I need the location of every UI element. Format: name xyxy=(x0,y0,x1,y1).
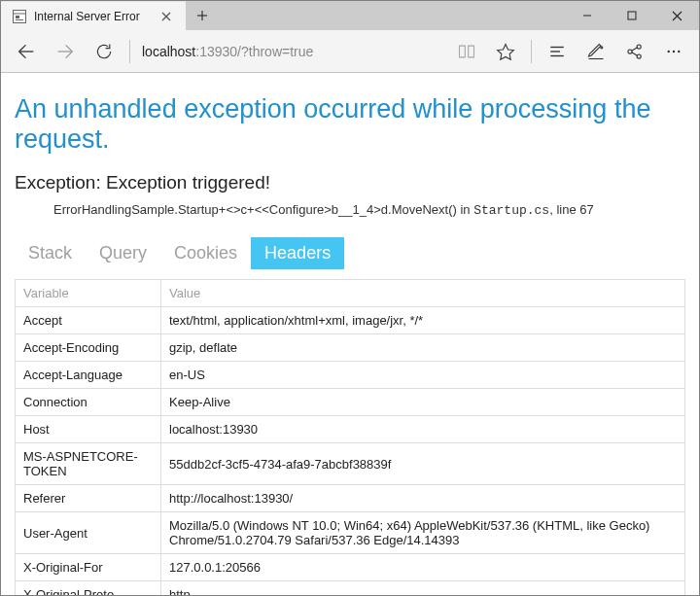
header-value: en-US xyxy=(161,362,685,389)
window-close-button[interactable] xyxy=(654,1,699,30)
header-name: Accept-Encoding xyxy=(16,334,161,362)
table-row: User-AgentMozilla/5.0 (Windows NT 10.0; … xyxy=(16,512,685,554)
header-name: X-Original-Proto xyxy=(16,581,161,596)
table-row: ConnectionKeep-Alive xyxy=(16,389,685,416)
svg-point-19 xyxy=(601,46,603,48)
close-tab-button[interactable] xyxy=(157,7,176,26)
url-path: :13930/?throw=true xyxy=(195,44,313,59)
web-note-button[interactable] xyxy=(577,32,615,71)
stack-frame: ErrorHandlingSample.Startup+<>c+<<Config… xyxy=(53,201,685,220)
share-button[interactable] xyxy=(615,32,654,71)
header-value: http://localhost:13930/ xyxy=(161,485,685,512)
page-title: An unhandled exception occurred while pr… xyxy=(15,94,685,155)
page-content: An unhandled exception occurred while pr… xyxy=(1,73,699,596)
svg-point-22 xyxy=(637,53,641,57)
table-header-row: Variable Value xyxy=(16,280,685,307)
header-name: X-Original-For xyxy=(16,554,161,581)
header-name: Accept xyxy=(16,307,161,334)
header-value: text/html, application/xhtml+xml, image/… xyxy=(161,307,685,334)
header-value: 55ddb2cf-3cf5-4734-afa9-7abcbf38839f xyxy=(161,443,685,485)
svg-marker-14 xyxy=(498,44,514,59)
table-row: MS-ASPNETCORE-TOKEN55ddb2cf-3cf5-4734-af… xyxy=(16,443,685,485)
address-bar[interactable]: localhost:13930/?throw=true xyxy=(136,37,447,66)
detail-tabs: Stack Query Cookies Headers xyxy=(15,237,685,269)
new-tab-button[interactable] xyxy=(188,1,217,30)
col-variable: Variable xyxy=(16,280,161,307)
back-button[interactable] xyxy=(7,32,46,71)
header-value: gzip, deflate xyxy=(161,334,685,362)
forward-button[interactable] xyxy=(46,32,85,71)
svg-rect-2 xyxy=(16,16,19,18)
stack-method: ErrorHandlingSample.Startup+<>c+<<Config… xyxy=(53,202,473,217)
refresh-button[interactable] xyxy=(85,32,123,71)
tab-cookies[interactable]: Cookies xyxy=(160,237,251,269)
table-row: Accept-Languageen-US xyxy=(16,362,685,389)
header-value: Keep-Alive xyxy=(161,389,685,416)
table-row: X-Original-For127.0.0.1:20566 xyxy=(16,554,685,581)
header-name: MS-ASPNETCORE-TOKEN xyxy=(16,443,161,485)
svg-point-26 xyxy=(673,50,675,52)
table-row: Hostlocalhost:13930 xyxy=(16,416,685,443)
header-value: http xyxy=(161,581,685,596)
stack-file: Startup.cs xyxy=(473,203,549,218)
svg-point-25 xyxy=(668,50,670,52)
svg-rect-9 xyxy=(628,12,636,19)
favorites-button[interactable] xyxy=(486,32,525,71)
hub-button[interactable] xyxy=(538,32,577,71)
window-maximize-button[interactable] xyxy=(610,1,654,30)
more-button[interactable] xyxy=(654,32,693,71)
header-value: 127.0.0.1:20566 xyxy=(161,554,685,581)
header-value: Mozilla/5.0 (Windows NT 10.0; Win64; x64… xyxy=(161,512,685,554)
header-name: Accept-Language xyxy=(16,362,161,389)
tab-stack[interactable]: Stack xyxy=(15,237,86,269)
svg-point-27 xyxy=(678,50,680,52)
browser-tab-title: Internal Server Error xyxy=(34,10,157,23)
header-name: Host xyxy=(16,416,161,443)
page-favicon xyxy=(13,10,26,23)
header-name: User-Agent xyxy=(16,512,161,554)
stack-line-suffix: , line 67 xyxy=(549,202,594,217)
table-row: Accepttext/html, application/xhtml+xml, … xyxy=(16,307,685,334)
header-name: Referer xyxy=(16,485,161,512)
col-value: Value xyxy=(161,280,685,307)
table-row: Refererhttp://localhost:13930/ xyxy=(16,485,685,512)
toolbar-separator xyxy=(129,40,130,63)
exception-heading: Exception: Exception triggered! xyxy=(15,172,685,193)
browser-tab[interactable]: Internal Server Error xyxy=(1,1,186,30)
window-titlebar: Internal Server Error xyxy=(1,1,699,30)
table-row: X-Original-Protohttp xyxy=(16,581,685,596)
toolbar-separator xyxy=(531,40,532,63)
header-value: localhost:13930 xyxy=(161,416,685,443)
tab-query[interactable]: Query xyxy=(86,237,160,269)
svg-point-20 xyxy=(628,49,632,53)
reading-view-button[interactable] xyxy=(447,32,486,71)
svg-line-23 xyxy=(632,47,638,50)
svg-line-24 xyxy=(632,52,638,54)
svg-point-21 xyxy=(637,44,641,48)
table-row: Accept-Encodinggzip, deflate xyxy=(16,334,685,362)
headers-table: Variable Value Accepttext/html, applicat… xyxy=(15,279,685,596)
header-name: Connection xyxy=(16,389,161,416)
url-host: localhost xyxy=(142,44,195,59)
window-minimize-button[interactable] xyxy=(565,1,610,30)
tab-headers[interactable]: Headers xyxy=(251,237,344,269)
browser-toolbar: localhost:13930/?throw=true xyxy=(1,30,699,73)
